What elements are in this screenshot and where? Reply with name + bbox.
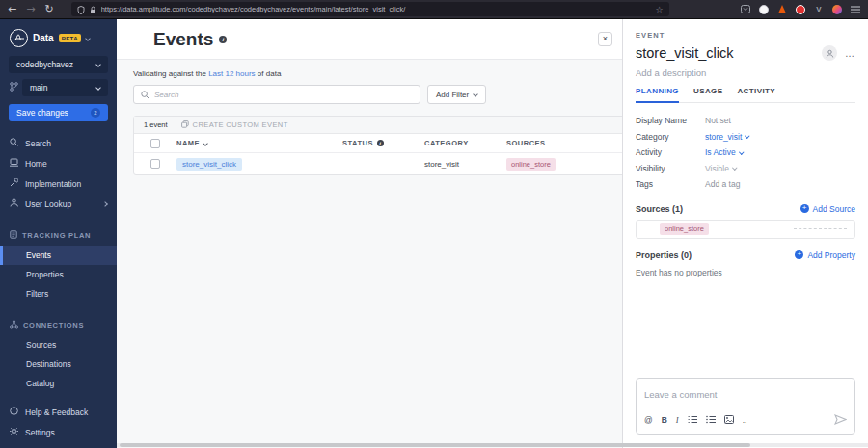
- properties-empty-text: Event has no properties: [636, 268, 855, 277]
- sidebar-item-help-feedback[interactable]: Help & Feedback: [0, 402, 117, 422]
- comment-input[interactable]: [644, 389, 847, 400]
- plus-icon: +: [795, 250, 803, 259]
- comment-composer[interactable]: @ B I ..: [636, 378, 855, 435]
- section-tracking-plan: TRACKING PLAN: [0, 225, 117, 246]
- description-placeholder[interactable]: Add a description: [636, 67, 855, 78]
- sidebar-item-sources[interactable]: Sources: [0, 335, 117, 355]
- bookmark-star-icon[interactable]: ☆: [656, 5, 664, 14]
- sort-chevron-icon[interactable]: [203, 141, 208, 146]
- events-search[interactable]: [133, 85, 420, 104]
- chevron-down-icon[interactable]: [85, 36, 91, 41]
- horizontal-scrollbar[interactable]: [117, 443, 868, 447]
- save-changes-button[interactable]: Save changes 2: [9, 104, 108, 121]
- beta-badge: BETA: [59, 34, 81, 42]
- copy-icon: [181, 120, 189, 130]
- source-chip: online_store: [506, 158, 556, 171]
- tab-activity[interactable]: ACTIVITY: [737, 87, 775, 102]
- mention-icon[interactable]: @: [644, 415, 653, 425]
- italic-icon[interactable]: I: [676, 415, 679, 425]
- image-icon[interactable]: [724, 415, 734, 426]
- field-value: Is Active: [705, 147, 736, 157]
- extension-clock-icon[interactable]: [759, 5, 769, 14]
- back-icon[interactable]: ←: [8, 1, 16, 18]
- reload-icon[interactable]: ↻: [44, 1, 53, 18]
- visibility-dropdown[interactable]: Visible: [705, 164, 736, 173]
- sidebar-item-label: Help & Feedback: [25, 408, 88, 417]
- page-title: Events: [153, 29, 213, 50]
- select-all-checkbox[interactable]: [150, 139, 160, 148]
- tab-planning[interactable]: PLANNING: [636, 87, 679, 103]
- activity-dropdown[interactable]: Is Active: [705, 147, 743, 157]
- event-detail-panel: EVENT store_visit_click … Add a descript…: [622, 19, 868, 448]
- create-custom-event-button[interactable]: CREATE CUSTOM EVENT: [181, 120, 288, 130]
- tab-usage[interactable]: USAGE: [693, 87, 722, 102]
- pocket-icon[interactable]: [741, 5, 750, 14]
- url-bar[interactable]: https://data.amplitude.com/codedbychavez…: [71, 2, 669, 16]
- field-label: Activity: [636, 147, 705, 157]
- sidebar-item-filters[interactable]: Filters: [0, 284, 117, 303]
- extension-v-icon[interactable]: V: [814, 5, 824, 14]
- send-comment-icon[interactable]: [834, 411, 847, 429]
- menu-hamburger-icon[interactable]: [851, 5, 860, 14]
- assign-owner-icon[interactable]: [822, 45, 837, 61]
- chevron-down-icon: [746, 134, 750, 139]
- profile-avatar-icon[interactable]: [832, 5, 842, 14]
- row-checkbox[interactable]: [150, 159, 160, 169]
- add-filter-button[interactable]: Add Filter: [427, 85, 486, 104]
- field-tags: Tags Add a tag: [636, 176, 855, 193]
- chevron-down-icon: [95, 85, 101, 91]
- column-header-sources: SOURCES: [506, 139, 622, 147]
- more-options-icon[interactable]: …: [845, 48, 855, 59]
- sidebar-item-events[interactable]: Events: [0, 246, 117, 265]
- wrench-icon: [10, 178, 18, 189]
- column-header-name[interactable]: NAME: [176, 139, 200, 147]
- lock-icon: [90, 1, 96, 18]
- sidebar-item-properties[interactable]: Properties: [0, 265, 117, 284]
- add-source-button[interactable]: + Add Source: [800, 204, 855, 214]
- shield-icon[interactable]: [77, 1, 85, 18]
- category-dropdown[interactable]: store_visit: [705, 132, 749, 142]
- search-icon: [141, 86, 149, 103]
- extension-cone-icon[interactable]: [777, 5, 787, 14]
- more-formatting-icon[interactable]: ..: [743, 415, 747, 425]
- add-property-button[interactable]: + Add Property: [795, 250, 855, 260]
- sidebar-item-label: Home: [25, 159, 47, 169]
- validation-range-link[interactable]: Last 12 hours: [208, 69, 255, 78]
- add-tag-input[interactable]: Add a tag: [705, 179, 740, 189]
- home-icon: [10, 158, 18, 169]
- browser-toolbar: ← → ↻ https://data.amplitude.com/codedby…: [0, 0, 868, 19]
- event-count: 1 event: [144, 120, 168, 129]
- forward-icon[interactable]: →: [26, 1, 35, 18]
- chevron-down-icon: [732, 166, 737, 171]
- info-icon[interactable]: i: [219, 36, 227, 43]
- sidebar-item-home[interactable]: Home: [0, 153, 117, 173]
- plus-icon: +: [800, 204, 809, 213]
- sidebar-item-settings[interactable]: Settings: [0, 422, 117, 442]
- chevron-down-icon: [95, 62, 101, 67]
- sidebar-item-catalog[interactable]: Catalog: [0, 374, 117, 393]
- sidebar-item-label: Search: [25, 139, 51, 148]
- info-icon[interactable]: i: [377, 140, 384, 146]
- search-input[interactable]: [154, 91, 413, 99]
- close-panel-button[interactable]: ×: [598, 32, 612, 46]
- event-name-link[interactable]: store_visit_click: [176, 158, 242, 171]
- panel-kicker: EVENT: [636, 31, 855, 40]
- url-text[interactable]: https://data.amplitude.com/codedbychavez…: [101, 5, 651, 13]
- extension-red-icon[interactable]: [796, 5, 805, 14]
- field-value[interactable]: Not set: [705, 116, 731, 125]
- scrollbar-thumb[interactable]: [120, 443, 750, 447]
- sidebar-item-implementation[interactable]: Implementation: [0, 173, 117, 194]
- bullet-list-icon[interactable]: [706, 415, 716, 426]
- field-value: store_visit: [705, 132, 742, 142]
- ordered-list-icon[interactable]: [688, 415, 697, 426]
- sidebar-item-destinations[interactable]: Destinations: [0, 355, 117, 374]
- sidebar-item-search[interactable]: Search: [0, 133, 117, 153]
- validation-note: Validating against the Last 12 hours of …: [133, 69, 622, 78]
- source-chip: online_store: [660, 223, 709, 235]
- branch-selector[interactable]: main: [22, 79, 108, 96]
- add-source-label: Add Source: [813, 204, 855, 214]
- workspace-selector[interactable]: codedbychavez: [9, 56, 108, 73]
- clipboard-icon: [10, 230, 17, 241]
- bold-icon[interactable]: B: [662, 415, 667, 425]
- sidebar-item-user-lookup[interactable]: User Lookup: [0, 194, 117, 214]
